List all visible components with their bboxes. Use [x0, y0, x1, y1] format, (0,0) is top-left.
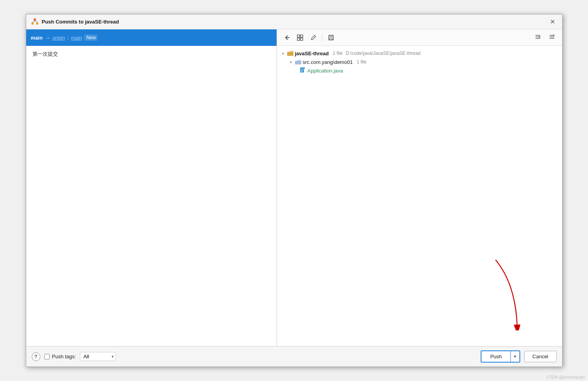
push-button[interactable]: Push — [481, 351, 510, 362]
repo-name-label: javaSE-thread — [295, 51, 329, 56]
file-name-label: Application.java — [308, 68, 343, 74]
repo-path: D:\code\java\JavaSE\javaSE-thread — [346, 51, 421, 56]
expand-all-button[interactable] — [546, 32, 558, 43]
commit-list: 第一次提交 — [26, 46, 277, 346]
file-tree: ▾ javaSE-thread 1 file D:\c — [277, 46, 562, 346]
right-toolbar — [277, 29, 562, 46]
collapse-all-button[interactable] — [532, 32, 544, 43]
main-content: main → origin : main New 第一次提交 — [26, 29, 562, 346]
grid-view-button[interactable] — [294, 33, 306, 42]
help-button[interactable]: ? — [32, 352, 40, 361]
branch-main2-link[interactable]: main — [71, 35, 82, 41]
tree-file-application[interactable]: J Application.java — [277, 66, 562, 75]
svg-rect-11 — [329, 38, 333, 40]
dialog-title: Push Commits to javaSE-thread — [42, 19, 119, 25]
svg-rect-10 — [330, 35, 332, 37]
push-tags-wrapper: Push tags: — [44, 354, 76, 359]
branch-new-badge: New — [84, 34, 98, 41]
git-icon — [31, 18, 39, 26]
package-label: src.com.yang\demo01 — [303, 59, 353, 65]
branch-header: main → origin : main New — [26, 29, 277, 46]
svg-point-1 — [31, 22, 34, 25]
chevron-down-icon: ▾ — [281, 51, 286, 56]
svg-point-0 — [34, 18, 36, 21]
title-bar: Push Commits to javaSE-thread ✕ — [26, 15, 562, 29]
branch-origin-link[interactable]: origin — [52, 35, 65, 41]
svg-line-3 — [33, 21, 35, 22]
tree-repo-root[interactable]: ▾ javaSE-thread 1 file D:\c — [277, 49, 562, 58]
toolbar-separator-1 — [322, 34, 322, 42]
push-tags-label: Push tags: — [52, 354, 76, 359]
svg-text:J: J — [301, 69, 302, 72]
chevron-down-icon-2: ▾ — [289, 60, 293, 64]
package-file-count: 1 file — [356, 59, 366, 65]
push-tags-checkbox[interactable] — [44, 354, 50, 359]
back-button[interactable] — [281, 33, 293, 42]
svg-rect-6 — [300, 35, 303, 37]
save-button[interactable] — [325, 33, 337, 42]
watermark: CSDN-@arncomputer — [546, 375, 585, 379]
push-tags-select-wrapper: All None Annotated ▾ — [80, 352, 116, 361]
cancel-button[interactable]: Cancel — [524, 351, 556, 362]
title-bar-left: Push Commits to javaSE-thread — [31, 18, 119, 26]
branch-arrow: → — [45, 35, 50, 41]
right-panel: ▾ javaSE-thread 1 file D:\c — [277, 29, 562, 346]
commit-item[interactable]: 第一次提交 — [26, 48, 277, 60]
svg-point-2 — [36, 22, 38, 25]
left-panel: main → origin : main New 第一次提交 — [26, 29, 277, 346]
right-panel-container: ▾ javaSE-thread 1 file D:\c — [277, 29, 562, 346]
push-commits-dialog: Push Commits to javaSE-thread ✕ main → o… — [26, 14, 563, 367]
push-dropdown-button[interactable]: ▾ — [510, 351, 519, 362]
push-button-group: Push ▾ — [481, 350, 520, 363]
bottom-bar: ? Push tags: All None Annotated ▾ Push ▾… — [26, 346, 562, 366]
close-button[interactable]: ✕ — [548, 17, 557, 26]
svg-rect-8 — [300, 38, 303, 40]
package-folder-icon — [295, 59, 301, 65]
repo-file-count: 1 file — [333, 51, 342, 56]
branch-main-label: main — [31, 35, 43, 41]
svg-rect-5 — [297, 35, 300, 37]
folder-icon — [287, 50, 293, 56]
branch-colon: : — [67, 35, 69, 41]
java-file-icon: J — [300, 67, 306, 74]
tree-package[interactable]: ▾ src.com.yang\demo01 1 file — [277, 58, 562, 66]
push-tags-select[interactable]: All None Annotated — [80, 352, 116, 361]
svg-rect-7 — [297, 38, 300, 40]
svg-rect-20 — [287, 52, 293, 56]
svg-rect-22 — [295, 61, 301, 64]
edit-button[interactable] — [308, 33, 319, 42]
svg-line-4 — [35, 21, 37, 22]
